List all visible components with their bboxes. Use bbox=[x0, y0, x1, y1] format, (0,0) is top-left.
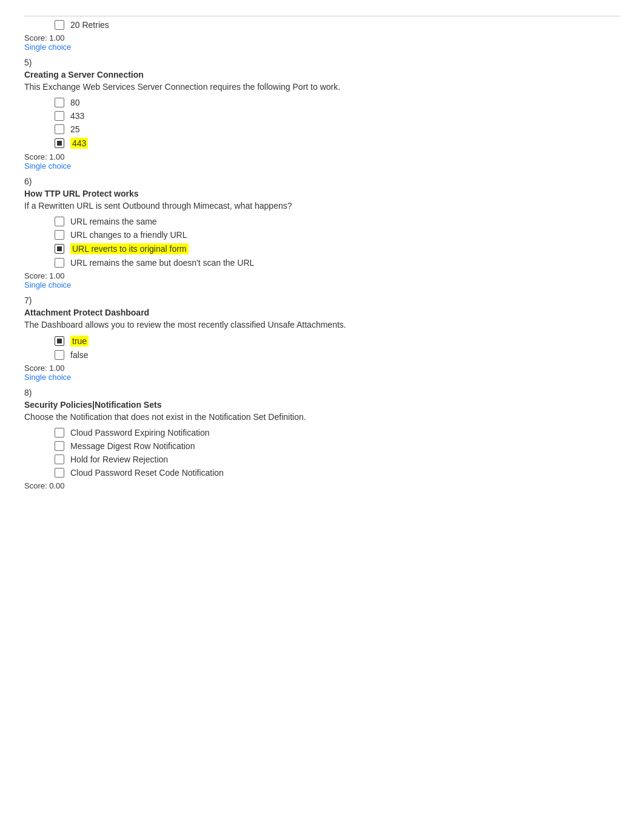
top-option-row: 20 Retries bbox=[55, 20, 620, 30]
q5-single-choice: Single choice bbox=[24, 161, 620, 171]
q6-text: If a Rewritten URL is sent Outbound thro… bbox=[24, 201, 620, 211]
q6-option-4-icon bbox=[55, 258, 64, 268]
q8-title: Security Policies|Notification Sets bbox=[24, 400, 620, 410]
q8-option-3[interactable]: Hold for Review Rejection bbox=[55, 455, 620, 464]
q7-option-2-icon bbox=[55, 350, 64, 360]
q7-option-2[interactable]: false bbox=[55, 350, 620, 360]
q8-option-1-icon bbox=[55, 428, 64, 438]
top-option-icon bbox=[55, 20, 64, 30]
top-option-label: 20 Retries bbox=[70, 20, 109, 30]
q8-option-1-label: Cloud Password Expiring Notification bbox=[70, 428, 210, 438]
q8-option-4-icon bbox=[55, 468, 64, 478]
q6-option-1[interactable]: URL remains the same bbox=[55, 217, 620, 226]
q6-option-1-label: URL remains the same bbox=[70, 217, 157, 226]
q8-number: 8) bbox=[24, 388, 620, 397]
q8-option-2-icon bbox=[55, 441, 64, 451]
question-7: 7) Attachment Protect Dashboard The Dash… bbox=[24, 296, 620, 382]
q5-option-4-icon bbox=[55, 138, 64, 148]
q6-option-2[interactable]: URL changes to a friendly URL bbox=[55, 230, 620, 240]
q8-option-4[interactable]: Cloud Password Reset Code Notification bbox=[55, 468, 620, 478]
q5-option-3[interactable]: 25 bbox=[55, 124, 620, 134]
q6-score: Score: 1.00 bbox=[24, 271, 620, 280]
top-single-choice: Single choice bbox=[24, 42, 620, 52]
q8-options: Cloud Password Expiring Notification Mes… bbox=[55, 428, 620, 478]
q6-option-2-icon bbox=[55, 230, 64, 240]
q7-score: Score: 1.00 bbox=[24, 363, 620, 373]
q7-number: 7) bbox=[24, 296, 620, 305]
q5-option-1[interactable]: 80 bbox=[55, 98, 620, 107]
q6-single-choice: Single choice bbox=[24, 280, 620, 289]
q6-options: URL remains the same URL changes to a fr… bbox=[55, 217, 620, 268]
q5-text: This Exchange Web Services Server Connec… bbox=[24, 82, 620, 92]
q7-option-1[interactable]: true bbox=[55, 336, 620, 347]
top-divider bbox=[24, 16, 620, 16]
q6-option-4[interactable]: URL remains the same but doesn't scan th… bbox=[55, 258, 620, 268]
q7-single-choice: Single choice bbox=[24, 373, 620, 382]
q6-option-2-label: URL changes to a friendly URL bbox=[70, 230, 187, 240]
q5-option-3-icon bbox=[55, 124, 64, 134]
q8-option-3-icon bbox=[55, 455, 64, 464]
q5-option-2-icon bbox=[55, 111, 64, 121]
q7-title: Attachment Protect Dashboard bbox=[24, 308, 620, 317]
q5-option-1-label: 80 bbox=[70, 98, 80, 107]
question-5: 5) Creating a Server Connection This Exc… bbox=[24, 58, 620, 171]
q5-options: 80 433 25 443 bbox=[55, 98, 620, 149]
q5-option-4[interactable]: 443 bbox=[55, 138, 620, 149]
q8-option-3-label: Hold for Review Rejection bbox=[70, 455, 168, 464]
top-score: Score: 1.00 bbox=[24, 33, 620, 42]
question-8: 8) Security Policies|Notification Sets C… bbox=[24, 388, 620, 490]
q5-title: Creating a Server Connection bbox=[24, 70, 620, 79]
q5-number: 5) bbox=[24, 58, 620, 67]
q8-option-1[interactable]: Cloud Password Expiring Notification bbox=[55, 428, 620, 438]
q5-option-2[interactable]: 433 bbox=[55, 111, 620, 121]
q6-option-3-label: URL reverts to its original form bbox=[70, 243, 189, 254]
q7-option-1-label: true bbox=[70, 336, 89, 347]
q7-option-2-label: false bbox=[70, 350, 89, 360]
q8-text: Choose the Notification that does not ex… bbox=[24, 412, 620, 422]
q7-options: true false bbox=[55, 336, 620, 360]
q8-score: Score: 0.00 bbox=[24, 481, 620, 490]
q7-option-1-icon bbox=[55, 336, 64, 346]
q6-option-4-label: URL remains the same but doesn't scan th… bbox=[70, 258, 254, 268]
q6-number: 6) bbox=[24, 177, 620, 186]
q7-text: The Dashboard allows you to review the m… bbox=[24, 320, 620, 330]
q5-option-1-icon bbox=[55, 98, 64, 107]
q6-option-3[interactable]: URL reverts to its original form bbox=[55, 243, 620, 254]
q8-option-2-label: Message Digest Row Notification bbox=[70, 441, 195, 451]
q5-option-4-label: 443 bbox=[70, 138, 88, 149]
q6-title: How TTP URL Protect works bbox=[24, 189, 620, 198]
q8-option-4-label: Cloud Password Reset Code Notification bbox=[70, 468, 224, 478]
q5-option-2-label: 433 bbox=[70, 111, 84, 121]
q5-score: Score: 1.00 bbox=[24, 152, 620, 161]
q6-option-1-icon bbox=[55, 217, 64, 226]
q5-option-3-label: 25 bbox=[70, 124, 80, 134]
top-section: 20 Retries Score: 1.00 Single choice bbox=[24, 16, 620, 52]
question-6: 6) How TTP URL Protect works If a Rewrit… bbox=[24, 177, 620, 289]
q6-option-3-icon bbox=[55, 244, 64, 254]
q8-option-2[interactable]: Message Digest Row Notification bbox=[55, 441, 620, 451]
